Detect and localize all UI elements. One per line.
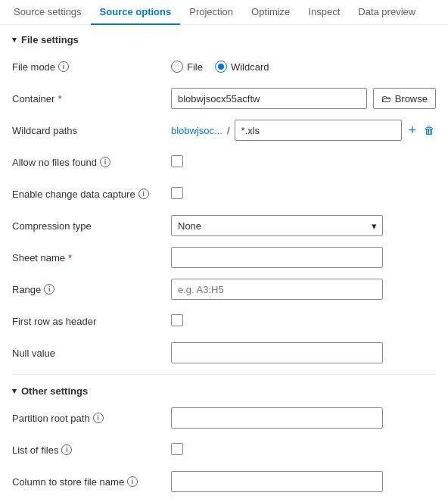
file-mode-radio-group: File Wildcard	[171, 61, 436, 73]
tab-optimize[interactable]: Optimize	[242, 0, 299, 25]
enable-cdc-label: Enable change data capture i	[12, 189, 171, 200]
container-browse-button[interactable]: 🗁 Browse	[373, 88, 436, 109]
wildcard-prefix: blobwjsoc...	[171, 125, 222, 136]
tab-source-settings[interactable]: Source settings	[5, 0, 91, 25]
folder-icon: 🗁	[381, 93, 391, 104]
file-settings-label: File settings	[21, 34, 79, 45]
file-settings-section-header[interactable]: ▾ File settings	[12, 34, 436, 45]
partition-root-info-icon[interactable]: i	[93, 413, 104, 423]
list-of-files-checkbox[interactable]	[171, 443, 183, 455]
trash-icon: 🗑	[424, 124, 434, 136]
wildcard-value-input[interactable]	[235, 120, 403, 141]
null-value-input[interactable]	[171, 342, 383, 363]
list-of-files-row: List of files i	[12, 439, 436, 460]
compression-type-row: Compression type None gzip deflate bzip2…	[12, 215, 436, 236]
range-input[interactable]	[171, 279, 383, 300]
file-settings-chevron: ▾	[12, 35, 17, 45]
other-settings-chevron: ▾	[12, 386, 17, 396]
other-settings-section-header[interactable]: ▾ Other settings	[12, 385, 436, 397]
tab-inspect[interactable]: Inspect	[299, 0, 349, 25]
partition-root-row: Partition root path i	[12, 407, 436, 429]
wildcard-delete-button[interactable]: 🗑	[422, 123, 436, 138]
column-file-name-row: Column to store file name i	[12, 471, 436, 492]
range-label: Range i	[12, 284, 171, 295]
file-mode-info-icon[interactable]: i	[58, 61, 69, 72]
content-area: ▾ File settings File mode i File Wildcar…	[0, 25, 448, 502]
tab-projection[interactable]: Projection	[180, 0, 242, 25]
allow-no-files-label: Allow no files found i	[12, 157, 171, 168]
null-value-row: Null value	[12, 342, 436, 363]
first-row-header-label: First row as header	[12, 316, 171, 327]
sheet-name-required-marker: *	[68, 252, 72, 263]
file-mode-wildcard-option[interactable]: Wildcard	[215, 61, 269, 73]
wildcard-add-button[interactable]: +	[406, 121, 418, 140]
tab-data-preview[interactable]: Data preview	[349, 0, 425, 25]
compression-type-select[interactable]: None gzip deflate bzip2 lz4 ZipDeflate T…	[171, 215, 383, 236]
wildcard-paths-row: Wildcard paths blobwjsoc... / + 🗑	[12, 120, 436, 141]
partition-root-label: Partition root path i	[12, 413, 171, 424]
enable-cdc-checkbox[interactable]	[171, 187, 183, 199]
column-file-name-input[interactable]	[171, 471, 383, 492]
file-mode-wildcard-radio[interactable]	[215, 61, 227, 73]
container-row: Container * 🗁 Browse	[12, 88, 436, 109]
sheet-name-input[interactable]	[171, 247, 383, 268]
container-label: Container *	[12, 93, 171, 104]
partition-root-input[interactable]	[171, 407, 383, 429]
tab-bar: Source settings Source options Projectio…	[0, 0, 448, 25]
file-mode-label: File mode i	[12, 61, 171, 73]
list-of-files-info-icon[interactable]: i	[61, 444, 72, 455]
tab-source-options[interactable]: Source options	[91, 0, 181, 25]
section-divider	[12, 374, 436, 375]
null-value-label: Null value	[12, 348, 171, 359]
column-file-name-info-icon[interactable]: i	[127, 476, 138, 487]
compression-select-wrapper: None gzip deflate bzip2 lz4 ZipDeflate T…	[171, 215, 383, 236]
file-mode-row: File mode i File Wildcard	[12, 56, 436, 77]
other-settings-label: Other settings	[21, 385, 88, 397]
enable-cdc-info-icon[interactable]: i	[138, 189, 149, 199]
first-row-header-checkbox[interactable]	[171, 314, 183, 326]
wildcard-paths-label: Wildcard paths	[12, 125, 171, 136]
range-info-icon[interactable]: i	[44, 284, 54, 295]
sheet-name-label: Sheet name *	[12, 252, 171, 263]
file-mode-file-option[interactable]: File	[171, 61, 203, 73]
allow-no-files-checkbox[interactable]	[171, 155, 183, 167]
enable-cdc-row: Enable change data capture i	[12, 183, 436, 204]
container-required-marker: *	[58, 93, 61, 104]
sheet-name-row: Sheet name *	[12, 247, 436, 268]
plus-icon: +	[408, 123, 416, 139]
wildcard-row: blobwjsoc... / + 🗑	[171, 120, 436, 141]
first-row-header-row: First row as header	[12, 310, 436, 332]
file-mode-file-radio[interactable]	[171, 61, 183, 73]
range-row: Range i	[12, 279, 436, 300]
compression-type-label: Compression type	[12, 220, 171, 232]
column-file-name-label: Column to store file name i	[12, 476, 171, 488]
container-input[interactable]	[171, 88, 367, 109]
wildcard-separator: /	[227, 125, 230, 136]
allow-no-files-info-icon[interactable]: i	[100, 157, 110, 167]
list-of-files-label: List of files i	[12, 444, 171, 456]
allow-no-files-row: Allow no files found i	[12, 151, 436, 173]
